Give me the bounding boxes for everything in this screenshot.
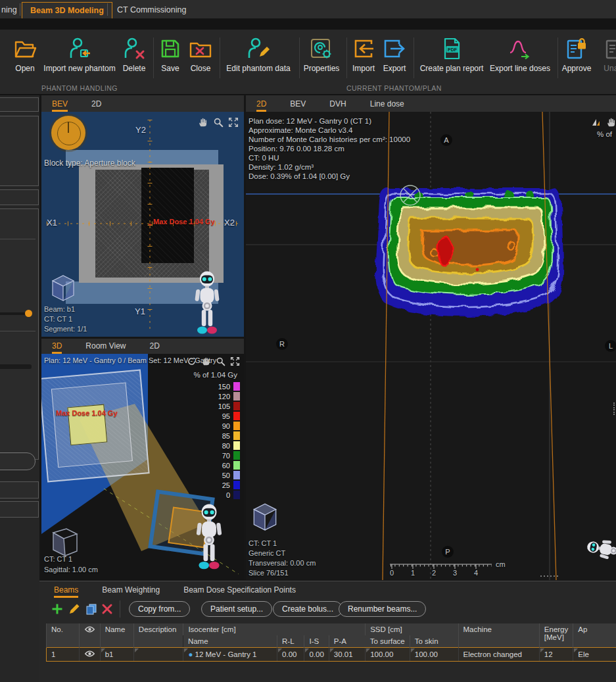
colorbar-swatch — [233, 471, 240, 479]
tab-partial-left[interactable]: ning — [0, 2, 25, 18]
copy-from-button[interactable]: Copy from... — [129, 601, 190, 617]
col-machine[interactable]: Machine — [458, 623, 539, 648]
delete-button[interactable]: Delete — [118, 35, 150, 73]
cell-name[interactable]: b1 — [100, 648, 133, 662]
colorbar-label: 120 — [210, 393, 230, 401]
col-to-surface[interactable]: To surface — [366, 635, 410, 648]
col-description[interactable]: Description — [133, 623, 183, 648]
edit-beam-button[interactable] — [68, 603, 80, 615]
bev-tab-bev[interactable]: BEV — [52, 99, 68, 112]
col-to-skin[interactable]: To skin — [410, 635, 458, 648]
person-delete-icon — [118, 35, 150, 62]
rotate-icon[interactable] — [187, 356, 197, 366]
dose2d-tab-dvh[interactable]: DVH — [329, 99, 346, 112]
view3d-tab-2d[interactable]: 2D — [149, 341, 159, 354]
cell-description[interactable] — [133, 648, 183, 662]
edit-phantom-data-button[interactable]: Edit phantom data — [222, 35, 295, 73]
col-ssd-group[interactable]: SSD [cm] — [366, 623, 458, 635]
export-line-doses-button[interactable]: Export line doses — [486, 35, 554, 73]
ruler-unit-label: cm — [496, 560, 506, 568]
view3d-ct-label: CT: CT 1 — [44, 555, 72, 563]
col-name[interactable]: Name — [100, 623, 133, 648]
export-button[interactable]: Export — [379, 35, 410, 73]
sidebar-pill-button[interactable] — [0, 452, 36, 470]
pan-hand-icon[interactable] — [198, 117, 208, 128]
view3d-tab-3d[interactable]: 3D — [52, 341, 62, 354]
approve-button[interactable]: Approve — [559, 35, 594, 73]
sidebar-field[interactable] — [0, 97, 39, 112]
cell-energy[interactable]: 12 — [539, 648, 573, 662]
col-iso-name[interactable]: Name — [183, 635, 277, 648]
dose2d-viewport[interactable]: Plan dose: 12 MeV - Gantry 0 (CT 1) Appr… — [246, 112, 616, 580]
ruler-tick-label: 2 — [432, 569, 436, 577]
horizontal-splitter[interactable] — [539, 574, 559, 577]
col-pa[interactable]: P-A — [329, 635, 365, 648]
dose2d-tab-line-dose[interactable]: Line dose — [370, 99, 404, 112]
zoom-icon[interactable] — [216, 356, 225, 366]
pan-hand-icon[interactable] — [606, 117, 616, 128]
create-plan-report-button[interactable]: PDF Create plan report — [415, 35, 488, 73]
view3d-viewport[interactable]: Plan: 12 MeV - Gantry 0 / Beam Set: 12 M… — [41, 354, 244, 580]
sidebar-field[interactable] — [0, 501, 39, 518]
fullscreen-icon[interactable] — [228, 117, 239, 128]
patient-setup-button[interactable]: Patient setup... — [201, 601, 272, 617]
delete-beam-button[interactable] — [101, 603, 113, 615]
cell-iso-name[interactable]: ● 12 MeV - Gantry 1 — [183, 648, 277, 662]
col-no[interactable]: No. — [47, 623, 80, 648]
open-button[interactable]: Open — [9, 35, 41, 73]
cell-pa[interactable]: 30.01 — [329, 648, 365, 662]
beam-row[interactable]: 1 b1 ● 12 MeV - Gantry 1 0.00 0.00 30.01… — [47, 648, 616, 662]
tab-beam-3d-modeling[interactable]: Beam 3D Modeling — [22, 2, 112, 18]
import-icon — [348, 35, 379, 62]
person-import-icon — [37, 35, 122, 62]
fullscreen-icon[interactable] — [230, 356, 240, 366]
copy-beam-button[interactable] — [85, 603, 97, 615]
sidebar-field[interactable] — [0, 481, 39, 499]
save-button[interactable]: Save — [156, 35, 184, 73]
import-new-phantom-button[interactable]: Import new phantom — [37, 35, 122, 73]
add-beam-button[interactable] — [51, 603, 63, 615]
ruler-tick-label: 0 — [390, 569, 394, 577]
col-rl[interactable]: R-L — [277, 635, 304, 648]
slider-handle[interactable] — [25, 310, 32, 317]
col-is[interactable]: I-S — [304, 635, 329, 648]
sidebar-panel[interactable] — [0, 116, 39, 186]
patient-model-robot — [194, 504, 224, 572]
unapprove-button[interactable]: Unapp — [596, 35, 616, 73]
pan-hand-icon[interactable] — [201, 356, 211, 366]
colorbar-label: 150 — [210, 383, 230, 391]
cell-rl[interactable]: 0.00 — [277, 648, 304, 662]
renumber-beams-button[interactable]: Renumber beams... — [339, 601, 426, 617]
beams-tab-beams[interactable]: Beams — [54, 585, 78, 598]
create-bolus-button[interactable]: Create bolus... — [273, 601, 343, 617]
beams-tab-spec-points[interactable]: Beam Dose Specification Points — [183, 585, 296, 598]
close-button[interactable]: Close — [185, 35, 216, 73]
beams-tab-weighting[interactable]: Beam Weighting — [102, 585, 160, 598]
dose2d-tab-2d[interactable]: 2D — [256, 99, 266, 112]
bev-tab-2d[interactable]: 2D — [91, 99, 101, 112]
col-applicator[interactable]: Ap — [573, 623, 616, 648]
gantry-angle-dial[interactable] — [51, 116, 85, 150]
zoom-icon[interactable] — [213, 117, 224, 128]
slider-track[interactable] — [0, 364, 32, 369]
cell-is[interactable]: 0.00 — [304, 648, 329, 662]
sidebar-field[interactable] — [0, 189, 39, 205]
axis-label-x1: X1 — [47, 218, 57, 228]
cell-visibility[interactable] — [79, 648, 100, 662]
col-energy[interactable]: Energy[MeV] — [539, 623, 573, 648]
col-visibility[interactable] — [79, 623, 100, 648]
properties-button[interactable]: Properties — [300, 35, 343, 73]
view3d-tab-room-view[interactable]: Room View — [85, 341, 126, 354]
col-isocenter-group[interactable]: Isocenter [cm] — [183, 623, 366, 635]
window-level-icon[interactable] — [591, 117, 602, 128]
dose2d-tab-bev[interactable]: BEV — [290, 99, 306, 112]
bev-viewport[interactable]: Y2 Y1 X1 X2 Block type: Aperture block M… — [41, 112, 244, 337]
cell-to-skin[interactable]: 100.00 — [410, 648, 458, 662]
tab-ct-commissioning[interactable]: CT Commissioning — [109, 2, 194, 18]
cell-applicator[interactable]: Ele — [573, 648, 616, 662]
title-strip — [0, 18, 616, 30]
import-button[interactable]: Import — [348, 35, 379, 73]
vertical-splitter[interactable] — [612, 401, 615, 416]
colorbar-label: 25 — [210, 481, 230, 489]
section-label-phantom-handling: PHANTOM HANDLING — [41, 84, 118, 92]
